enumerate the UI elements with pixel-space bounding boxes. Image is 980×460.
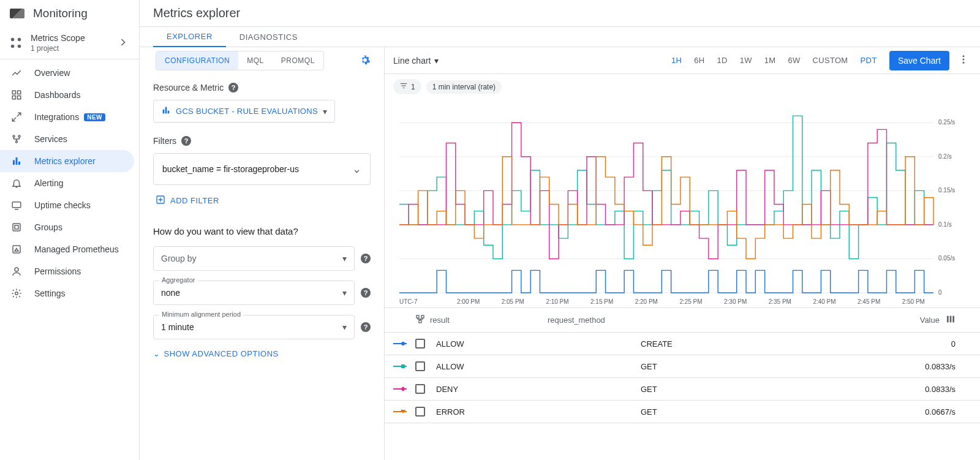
svg-rect-4 <box>12 91 15 94</box>
sidebar-nav: OverviewDashboardsIntegrationsNEWService… <box>0 59 139 304</box>
help-icon[interactable]: ? <box>181 136 191 146</box>
dropdown-icon: ▾ <box>323 107 327 116</box>
svg-point-62 <box>401 342 405 345</box>
show-advanced-button[interactable]: ⌄ SHOW ADVANCED OPTIONS <box>153 349 371 358</box>
legend-request: CREATE <box>641 339 898 349</box>
svg-rect-13 <box>18 162 20 165</box>
help-icon[interactable]: ? <box>228 83 238 92</box>
sidebar-item-managed-prometheus[interactable]: Managed Prometheus <box>0 238 139 260</box>
chevron-down-icon: ⌄ <box>352 162 361 176</box>
legend-row[interactable]: ALLOW GET 0.0833/s <box>385 355 980 378</box>
tab-explorer[interactable]: EXPLORER <box>153 27 226 47</box>
sidebar-item-alerting[interactable]: Alerting <box>0 172 139 194</box>
sidebar-item-label: Dashboards <box>34 90 81 100</box>
alignment-period-select[interactable]: 1 minute ▾ <box>153 315 355 339</box>
range-1h[interactable]: 1H <box>671 56 682 65</box>
legend-checkbox[interactable] <box>415 384 425 394</box>
subtab-promql[interactable]: PROMQL <box>273 51 323 70</box>
metric-selector[interactable]: GCS BUCKET - RULE EVALUATIONS ▾ <box>153 100 335 123</box>
more-menu-icon[interactable] <box>956 51 971 69</box>
sidebar-item-dashboards[interactable]: Dashboards <box>0 84 139 106</box>
plus-icon <box>156 195 165 206</box>
sidebar-item-integrations[interactable]: IntegrationsNEW <box>0 106 139 128</box>
svg-text:2:30 PM: 2:30 PM <box>724 298 747 305</box>
svg-rect-57 <box>419 320 421 323</box>
svg-text:2:10 PM: 2:10 PM <box>546 298 568 305</box>
svg-text:2:45 PM: 2:45 PM <box>858 298 880 305</box>
sidebar-item-overview[interactable]: Overview <box>0 62 139 84</box>
sidebar-item-metrics-explorer[interactable]: Metrics explorer <box>0 150 134 172</box>
metrics-icon <box>10 154 23 168</box>
line-chart[interactable]: 0.25/s0.2/s0.15/s0.1/s0.05/s0UTC-72:00 P… <box>393 105 968 307</box>
sidebar-item-label: Services <box>34 134 67 144</box>
legend-request: GET <box>641 385 898 394</box>
sidebar-item-label: Groups <box>34 222 62 232</box>
range-custom[interactable]: CUSTOM <box>813 56 848 65</box>
svg-rect-14 <box>12 202 21 208</box>
sidebar-item-label: Integrations <box>34 112 79 122</box>
legend-checkbox[interactable] <box>415 361 425 371</box>
svg-point-27 <box>963 62 965 64</box>
range-6w[interactable]: 6W <box>788 56 800 65</box>
sidebar-item-groups[interactable]: Groups <box>0 216 139 238</box>
filter-count-chip[interactable]: 1 <box>393 79 421 94</box>
dropdown-icon: ▾ <box>342 254 347 263</box>
range-6h[interactable]: 6H <box>694 56 704 65</box>
sidebar-item-uptime-checks[interactable]: Uptime checks <box>0 194 139 216</box>
view-data-heading: How do you want to view that data? <box>153 226 371 236</box>
new-badge: NEW <box>84 113 105 121</box>
col-request-header[interactable]: request_method <box>548 315 805 325</box>
svg-rect-6 <box>12 96 15 99</box>
sidebar-item-label: Alerting <box>34 178 63 188</box>
range-1m[interactable]: 1M <box>764 56 776 65</box>
add-filter-button[interactable]: ADD FILTER <box>153 192 371 209</box>
help-icon[interactable]: ? <box>361 322 371 332</box>
chart-type-selector[interactable]: Line chart ▾ <box>393 56 439 66</box>
metric-chip-label: GCS BUCKET - RULE EVALUATIONS <box>176 107 318 116</box>
filter-entry[interactable]: bucket_name = fir-storageprober-us ⌄ <box>153 153 371 185</box>
metrics-scope-selector[interactable]: Metrics Scope 1 project <box>0 27 139 59</box>
legend-checkbox[interactable] <box>415 407 425 417</box>
col-value-header[interactable]: Value <box>903 315 940 325</box>
legend-row[interactable]: ALLOW CREATE 0 <box>385 333 980 355</box>
legend-request: GET <box>641 407 898 417</box>
tab-diagnostics[interactable]: DIAGNOSTICS <box>226 27 311 47</box>
help-icon[interactable]: ? <box>361 288 371 298</box>
series-marker <box>393 339 407 348</box>
svg-rect-7 <box>18 96 21 99</box>
subtab-mql[interactable]: MQL <box>238 51 273 70</box>
subtab-configuration[interactable]: CONFIGURATION <box>156 51 238 70</box>
legend-checkbox[interactable] <box>415 339 425 349</box>
scope-subtitle: 1 project <box>31 44 85 53</box>
svg-rect-56 <box>421 315 424 318</box>
sidebar-item-label: Uptime checks <box>34 200 91 210</box>
tree-icon <box>415 314 425 326</box>
legend-row[interactable]: DENY GET 0.0833/s <box>385 378 980 401</box>
svg-rect-55 <box>417 315 419 318</box>
range-1d[interactable]: 1D <box>717 56 727 65</box>
timezone-button[interactable]: PDT <box>860 56 877 65</box>
legend-row[interactable]: ERROR GET 0.0667/s <box>385 401 980 423</box>
sidebar-item-permissions[interactable]: Permissions <box>0 260 139 282</box>
dropdown-icon: ▾ <box>342 288 347 298</box>
save-chart-button[interactable]: Save Chart <box>889 51 949 70</box>
settings-icon <box>10 287 23 300</box>
range-1w[interactable]: 1W <box>740 56 752 65</box>
sidebar-item-settings[interactable]: Settings <box>0 282 139 304</box>
sidebar-item-services[interactable]: Services <box>0 128 139 150</box>
svg-text:0.2/s: 0.2/s <box>938 153 952 160</box>
group-by-select[interactable]: Group by ▾ <box>153 246 355 271</box>
svg-text:0.25/s: 0.25/s <box>938 119 955 126</box>
main-tabs: EXPLORERDIAGNOSTICS <box>140 27 980 47</box>
aggregator-select[interactable]: none ▾ <box>153 281 355 305</box>
svg-text:2:40 PM: 2:40 PM <box>813 298 835 305</box>
groups-icon <box>10 221 23 234</box>
svg-point-0 <box>11 38 15 42</box>
sidebar-item-label: Settings <box>34 288 66 298</box>
gear-icon[interactable] <box>360 55 371 67</box>
col-result-header[interactable]: result <box>415 314 450 326</box>
interval-chip[interactable]: 1 min interval (rate) <box>426 80 502 94</box>
help-icon[interactable]: ? <box>361 254 371 263</box>
svg-point-19 <box>15 268 18 271</box>
columns-icon[interactable] <box>946 314 956 326</box>
